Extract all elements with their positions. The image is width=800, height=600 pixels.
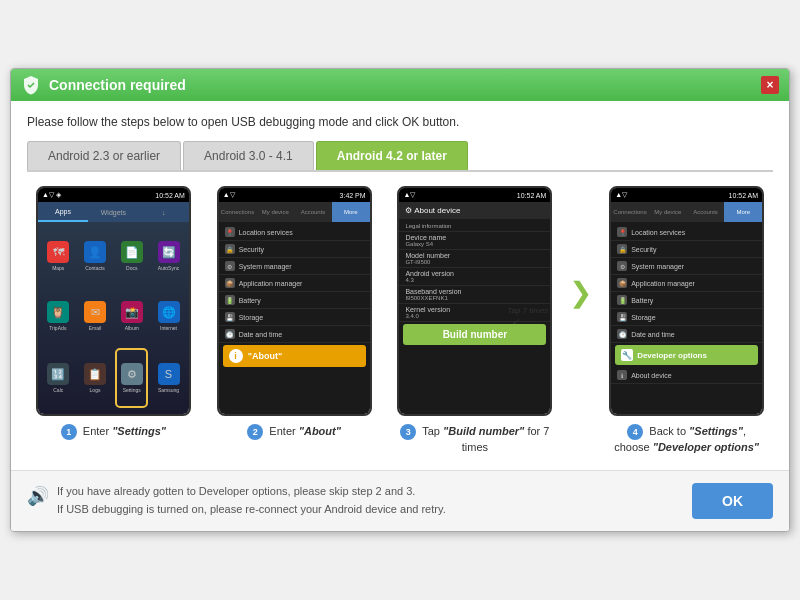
aii-devname: Device nameGalaxy S4 [399, 232, 550, 250]
app-autosync: 🔄AutoSync [152, 228, 185, 284]
phone4-top-tabs: Connections My device Accounts More [611, 202, 762, 222]
p4-acc: Accounts [687, 202, 725, 222]
phone4-menu: 📍Location services 🔒Security ⚙System man… [611, 222, 762, 414]
footer-note2: If USB debugging is turned on, please re… [57, 501, 446, 519]
phone2-menu: 📍Location services 🔒Security ⚙System man… [219, 222, 370, 414]
step-1-label: 1 Enter "Settings" [61, 424, 166, 440]
aii-model: Model numberGT-I9500 [399, 250, 550, 268]
tap-label: Tap 7 times [507, 306, 548, 315]
step-2-phone: ▲▽3:42 PM Connections My device Accounts… [217, 186, 372, 416]
app-calc: 🔢Calc [42, 348, 75, 408]
build-number-highlight: Build number [403, 324, 546, 345]
app-maps: 🗺Maps [42, 228, 75, 284]
footer-notes: If you have already gotten to Developer … [57, 483, 446, 518]
app-grid: 🗺Maps 👤Contacts 📄Docs 🔄AutoSync [38, 222, 189, 414]
more-tab: More [332, 202, 370, 222]
step-1-phone: ▲▽ ◈10:52 AM Apps Widgets ↓ 🗺Maps [36, 186, 191, 416]
tab-android-23[interactable]: Android 2.3 or earlier [27, 141, 181, 170]
app-email: ✉Email [79, 288, 112, 344]
widgets-tab: Widgets [88, 202, 138, 222]
speaker-icon: 🔊 [27, 485, 49, 507]
mi-sysmgr: ⚙System manager [219, 258, 370, 275]
connection-dialog: Connection required × Please follow the … [10, 68, 790, 532]
ok-button[interactable]: OK [692, 483, 773, 519]
step-2-col: ▲▽3:42 PM Connections My device Accounts… [208, 186, 381, 440]
dialog-body: Please follow the steps below to open US… [11, 101, 789, 470]
p4-mydev: My device [649, 202, 687, 222]
apps-tab: Apps [38, 202, 88, 222]
info-icon: i [229, 349, 243, 363]
tab-bar: Android 2.3 or earlier Android 3.0 - 4.1… [27, 141, 773, 172]
step-3-label: 3 Tap "Build number" for 7 times [389, 424, 562, 456]
p4-sysmgr: ⚙System manager [611, 258, 762, 275]
mi-datetime: 🕐Date and time [219, 326, 370, 343]
p4-battery: 🔋Battery [611, 292, 762, 309]
steps-area: ▲▽ ◈10:52 AM Apps Widgets ↓ 🗺Maps [27, 186, 773, 456]
close-button[interactable]: × [761, 76, 779, 94]
shield-icon [21, 75, 41, 95]
phone2-top-tabs: Connections My device Accounts More [219, 202, 370, 222]
developer-options-highlight: 🔧 Developer options [615, 345, 758, 365]
tab-android-42[interactable]: Android 4.2 or later [316, 141, 468, 170]
p4-conn: Connections [611, 202, 649, 222]
mi-appmgr: 📦Application manager [219, 275, 370, 292]
app-contacts: 👤Contacts [79, 228, 112, 284]
footer-note1: If you have already gotten to Developer … [57, 483, 446, 501]
mi-location: 📍Location services [219, 224, 370, 241]
about-header: ⚙ About device [399, 202, 550, 219]
instruction-text: Please follow the steps below to open US… [27, 115, 773, 129]
p4-location: 📍Location services [611, 224, 762, 241]
acc-tab: Accounts [294, 202, 332, 222]
app-logs: 📋Logs [79, 348, 112, 408]
aii-android: Android version4.3 [399, 268, 550, 286]
phone1-tabs: Apps Widgets ↓ [38, 202, 189, 222]
step-4-col: ▲▽10:52 AM Connections My device Account… [600, 186, 773, 456]
p4-appmgr: 📦Application manager [611, 275, 762, 292]
app-internet: 🌐Internet [152, 288, 185, 344]
p4-security: 🔒Security [611, 241, 762, 258]
step-2-label: 2 Enter "About" [247, 424, 341, 440]
step-3-phone: ▲▽10:52 AM ⚙ About device Legal informat… [397, 186, 552, 416]
p4-about: ℹAbout device [611, 367, 762, 384]
step-4-phone: ▲▽10:52 AM Connections My device Account… [609, 186, 764, 416]
step-3-col: ▲▽10:52 AM ⚙ About device Legal informat… [389, 186, 562, 456]
step-1-col: ▲▽ ◈10:52 AM Apps Widgets ↓ 🗺Maps [27, 186, 200, 440]
aii-baseband: Baseband versionI9500XXEFNK1 [399, 286, 550, 304]
title-bar: Connection required × [11, 69, 789, 101]
p4-more: More [724, 202, 762, 222]
phone4-status: ▲▽10:52 AM [611, 188, 762, 202]
build-number-wrapper: Tap 7 times ↙ Build number [399, 324, 550, 345]
app-docs: 📄Docs [115, 228, 148, 284]
footer-text-area: 🔊 If you have already gotten to Develope… [27, 483, 446, 518]
p4-datetime: 🕐Date and time [611, 326, 762, 343]
about-info-list: Legal information Device nameGalaxy S4 M… [399, 219, 550, 414]
mi-battery: 🔋Battery [219, 292, 370, 309]
dialog-title: Connection required [49, 77, 761, 93]
mi-storage: 💾Storage [219, 309, 370, 326]
dl-tab: ↓ [139, 202, 189, 222]
app-album: 📸Album [115, 288, 148, 344]
app-settings: ⚙Settings [115, 348, 148, 408]
app-tripadvisor: 🦉TripAdv. [42, 288, 75, 344]
conn-tab: Connections [219, 202, 257, 222]
step-4-label: 4 Back to "Settings", choose "Developer … [609, 424, 764, 456]
phone3-status: ▲▽10:52 AM [399, 188, 550, 202]
tab-android-30[interactable]: Android 3.0 - 4.1 [183, 141, 314, 170]
next-arrow: ❯ [569, 186, 592, 309]
mi-security: 🔒Security [219, 241, 370, 258]
app-samsung: SSamsung [152, 348, 185, 408]
aii-legal: Legal information [399, 221, 550, 232]
phone2-status: ▲▽3:42 PM [219, 188, 370, 202]
mi-about-highlight: i "About" [223, 345, 366, 367]
p4-storage: 💾Storage [611, 309, 762, 326]
mydev-tab: My device [256, 202, 294, 222]
dev-icon: 🔧 [621, 349, 633, 361]
footer: 🔊 If you have already gotten to Develope… [11, 470, 789, 531]
phone1-status: ▲▽ ◈10:52 AM [38, 188, 189, 202]
